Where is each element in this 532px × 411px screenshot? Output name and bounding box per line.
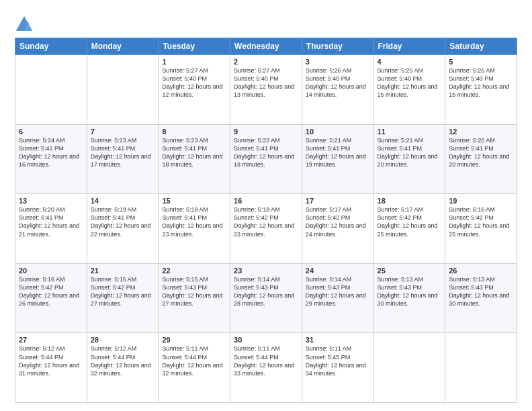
calendar-table: SundayMondayTuesdayWednesdayThursdayFrid… (15, 38, 517, 403)
calendar-cell: 9Sunrise: 5:22 AMSunset: 5:41 PMDaylight… (230, 124, 302, 194)
day-number: 4 (378, 58, 442, 66)
day-number: 13 (19, 197, 83, 205)
day-number: 14 (91, 197, 155, 205)
calendar-cell: 18Sunrise: 5:17 AMSunset: 5:42 PMDayligh… (373, 194, 445, 264)
weekday-header: Saturday (445, 38, 517, 55)
calendar-cell: 5Sunrise: 5:25 AMSunset: 5:40 PMDaylight… (445, 55, 517, 125)
cell-info: Sunrise: 5:24 AMSunset: 5:41 PMDaylight:… (19, 136, 83, 169)
calendar-cell: 20Sunrise: 5:16 AMSunset: 5:42 PMDayligh… (15, 263, 87, 333)
calendar-cell: 28Sunrise: 5:12 AMSunset: 5:44 PMDayligh… (87, 333, 159, 403)
day-number: 31 (306, 336, 370, 344)
weekday-header: Sunday (15, 38, 87, 55)
day-number: 27 (19, 336, 83, 344)
cell-info: Sunrise: 5:25 AMSunset: 5:40 PMDaylight:… (449, 66, 513, 99)
weekday-header: Monday (87, 38, 159, 55)
calendar-cell: 6Sunrise: 5:24 AMSunset: 5:41 PMDaylight… (15, 124, 87, 194)
cell-info: Sunrise: 5:14 AMSunset: 5:43 PMDaylight:… (234, 275, 298, 308)
day-number: 6 (19, 128, 83, 136)
cell-info: Sunrise: 5:20 AMSunset: 5:41 PMDaylight:… (449, 136, 513, 169)
calendar-cell: 14Sunrise: 5:19 AMSunset: 5:41 PMDayligh… (87, 194, 159, 264)
cell-info: Sunrise: 5:11 AMSunset: 5:45 PMDaylight:… (306, 345, 370, 377)
day-number: 29 (162, 336, 226, 344)
day-number: 19 (449, 197, 513, 205)
calendar-cell: 10Sunrise: 5:21 AMSunset: 5:41 PMDayligh… (302, 124, 373, 194)
day-number: 20 (19, 267, 83, 275)
calendar-cell: 27Sunrise: 5:12 AMSunset: 5:44 PMDayligh… (15, 333, 87, 403)
cell-info: Sunrise: 5:23 AMSunset: 5:41 PMDaylight:… (91, 136, 155, 169)
cell-info: Sunrise: 5:11 AMSunset: 5:44 PMDaylight:… (162, 345, 226, 377)
weekday-header: Thursday (302, 38, 373, 55)
day-number: 30 (234, 336, 298, 344)
calendar-cell: 11Sunrise: 5:21 AMSunset: 5:41 PMDayligh… (373, 124, 445, 194)
day-number: 23 (234, 267, 298, 275)
cell-info: Sunrise: 5:13 AMSunset: 5:43 PMDaylight:… (378, 275, 442, 308)
cell-info: Sunrise: 5:16 AMSunset: 5:42 PMDaylight:… (19, 275, 83, 308)
cell-info: Sunrise: 5:11 AMSunset: 5:44 PMDaylight:… (234, 345, 298, 377)
calendar-cell: 13Sunrise: 5:20 AMSunset: 5:41 PMDayligh… (15, 194, 87, 264)
weekday-header: Tuesday (159, 38, 230, 55)
cell-info: Sunrise: 5:25 AMSunset: 5:40 PMDaylight:… (378, 66, 442, 99)
calendar-cell (87, 55, 159, 125)
cell-info: Sunrise: 5:26 AMSunset: 5:40 PMDaylight:… (306, 66, 370, 99)
cell-info: Sunrise: 5:14 AMSunset: 5:43 PMDaylight:… (306, 275, 370, 308)
day-number: 2 (234, 58, 298, 66)
calendar-cell (15, 55, 87, 125)
day-number: 11 (378, 128, 442, 136)
calendar-week-row: 6Sunrise: 5:24 AMSunset: 5:41 PMDaylight… (15, 124, 517, 194)
calendar-cell: 17Sunrise: 5:17 AMSunset: 5:42 PMDayligh… (302, 194, 373, 264)
cell-info: Sunrise: 5:12 AMSunset: 5:44 PMDaylight:… (19, 345, 83, 377)
calendar-cell: 29Sunrise: 5:11 AMSunset: 5:44 PMDayligh… (159, 333, 230, 403)
day-number: 18 (378, 197, 442, 205)
calendar-cell: 12Sunrise: 5:20 AMSunset: 5:41 PMDayligh… (445, 124, 517, 194)
day-number: 15 (162, 197, 226, 205)
calendar-week-row: 1Sunrise: 5:27 AMSunset: 5:40 PMDaylight… (15, 55, 517, 125)
cell-info: Sunrise: 5:13 AMSunset: 5:43 PMDaylight:… (449, 275, 513, 308)
calendar-cell: 15Sunrise: 5:18 AMSunset: 5:41 PMDayligh… (159, 194, 230, 264)
calendar-cell: 7Sunrise: 5:23 AMSunset: 5:41 PMDaylight… (87, 124, 159, 194)
logo (15, 15, 36, 34)
calendar-header-row: SundayMondayTuesdayWednesdayThursdayFrid… (15, 38, 517, 55)
cell-info: Sunrise: 5:20 AMSunset: 5:41 PMDaylight:… (19, 205, 83, 238)
calendar-cell: 4Sunrise: 5:25 AMSunset: 5:40 PMDaylight… (373, 55, 445, 125)
page-header (15, 12, 517, 34)
day-number: 22 (162, 267, 226, 275)
calendar-cell (373, 333, 445, 403)
cell-info: Sunrise: 5:22 AMSunset: 5:41 PMDaylight:… (234, 136, 298, 169)
cell-info: Sunrise: 5:16 AMSunset: 5:42 PMDaylight:… (449, 205, 513, 238)
day-number: 10 (306, 128, 370, 136)
calendar-cell: 30Sunrise: 5:11 AMSunset: 5:44 PMDayligh… (230, 333, 302, 403)
calendar-cell: 19Sunrise: 5:16 AMSunset: 5:42 PMDayligh… (445, 194, 517, 264)
weekday-header: Friday (373, 38, 445, 55)
calendar-cell (445, 333, 517, 403)
day-number: 26 (449, 267, 513, 275)
day-number: 28 (91, 336, 155, 344)
cell-info: Sunrise: 5:19 AMSunset: 5:41 PMDaylight:… (91, 205, 155, 238)
logo-icon (15, 15, 34, 34)
calendar-cell: 22Sunrise: 5:15 AMSunset: 5:43 PMDayligh… (159, 263, 230, 333)
calendar-cell: 21Sunrise: 5:15 AMSunset: 5:42 PMDayligh… (87, 263, 159, 333)
calendar-cell: 24Sunrise: 5:14 AMSunset: 5:43 PMDayligh… (302, 263, 373, 333)
cell-info: Sunrise: 5:23 AMSunset: 5:41 PMDaylight:… (162, 136, 226, 169)
cell-info: Sunrise: 5:21 AMSunset: 5:41 PMDaylight:… (378, 136, 442, 169)
day-number: 12 (449, 128, 513, 136)
day-number: 16 (234, 197, 298, 205)
weekday-header: Wednesday (230, 38, 302, 55)
calendar-page: SundayMondayTuesdayWednesdayThursdayFrid… (0, 0, 532, 411)
day-number: 1 (162, 58, 226, 66)
cell-info: Sunrise: 5:15 AMSunset: 5:42 PMDaylight:… (91, 275, 155, 308)
cell-info: Sunrise: 5:18 AMSunset: 5:41 PMDaylight:… (162, 205, 226, 238)
calendar-cell: 2Sunrise: 5:27 AMSunset: 5:40 PMDaylight… (230, 55, 302, 125)
day-number: 24 (306, 267, 370, 275)
day-number: 5 (449, 58, 513, 66)
calendar-cell: 3Sunrise: 5:26 AMSunset: 5:40 PMDaylight… (302, 55, 373, 125)
calendar-cell: 25Sunrise: 5:13 AMSunset: 5:43 PMDayligh… (373, 263, 445, 333)
calendar-cell: 8Sunrise: 5:23 AMSunset: 5:41 PMDaylight… (159, 124, 230, 194)
calendar-week-row: 20Sunrise: 5:16 AMSunset: 5:42 PMDayligh… (15, 263, 517, 333)
calendar-cell: 23Sunrise: 5:14 AMSunset: 5:43 PMDayligh… (230, 263, 302, 333)
calendar-cell: 1Sunrise: 5:27 AMSunset: 5:40 PMDaylight… (159, 55, 230, 125)
calendar-week-row: 13Sunrise: 5:20 AMSunset: 5:41 PMDayligh… (15, 194, 517, 264)
cell-info: Sunrise: 5:27 AMSunset: 5:40 PMDaylight:… (162, 66, 226, 99)
day-number: 3 (306, 58, 370, 66)
cell-info: Sunrise: 5:17 AMSunset: 5:42 PMDaylight:… (378, 205, 442, 238)
cell-info: Sunrise: 5:18 AMSunset: 5:42 PMDaylight:… (234, 205, 298, 238)
